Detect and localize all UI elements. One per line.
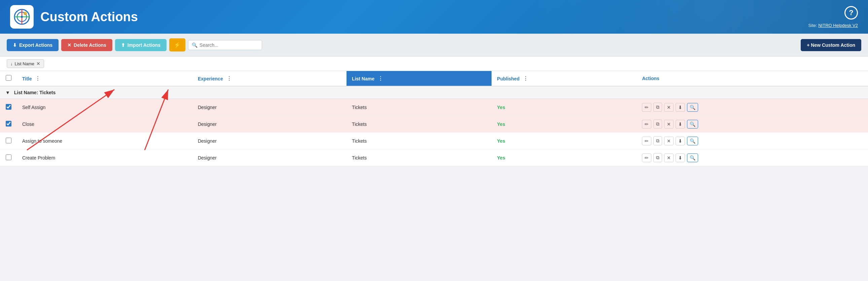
row-checkbox-2[interactable] (6, 121, 11, 127)
help-button[interactable]: ? (844, 6, 858, 20)
filter-button[interactable]: ⚡ (169, 38, 185, 52)
view-button-2[interactable]: 🔍 (687, 120, 698, 129)
table-row: Close Designer Tickets Yes ✏ ⧉ ✕ ⬇ 🔍 (0, 116, 868, 133)
row-actions-3: ✏ ⧉ ✕ ⬇ 🔍 (637, 133, 868, 149)
actions-table: Title ⋮ Experience ⋮ List Name ⋮ Publish… (0, 71, 868, 166)
view-button-4[interactable]: 🔍 (687, 153, 698, 162)
filter-tag-label: List Name (15, 61, 35, 66)
header-right: ? Site: NITRO Helpdesk V2 (808, 6, 858, 28)
header-left: Custom Actions (10, 5, 138, 29)
row-checkbox-4[interactable] (6, 154, 11, 160)
logo-icon (13, 8, 30, 25)
row-listname-1: Tickets (346, 99, 492, 116)
row-actions-2: ✏ ⧉ ✕ ⬇ 🔍 (637, 116, 868, 133)
action-icons-4: ✏ ⧉ ✕ ⬇ 🔍 (642, 153, 863, 162)
group-header-row: ▼ List Name: Tickets (0, 86, 868, 99)
listname-col-menu[interactable]: ⋮ (378, 76, 383, 82)
row-actions-1: ✏ ⧉ ✕ ⬇ 🔍 (637, 99, 868, 116)
sort-icon: ↓ (10, 61, 13, 66)
delete-button-4[interactable]: ✕ (664, 153, 674, 162)
copy-button-2[interactable]: ⧉ (653, 120, 662, 129)
row-checkbox-cell (0, 133, 17, 149)
row-published-2: Yes (492, 116, 637, 133)
table-row: Create Problem Designer Tickets Yes ✏ ⧉ … (0, 149, 868, 166)
filter-bar: ↓ List Name ✕ (0, 57, 868, 71)
action-icons-2: ✏ ⧉ ✕ ⬇ 🔍 (642, 120, 863, 129)
download-button-3[interactable]: ⬇ (676, 137, 685, 145)
row-experience-4: Designer (192, 149, 346, 166)
filter-icon: ⚡ (174, 42, 181, 48)
table-row: Self Assign Designer Tickets Yes ✏ ⧉ ✕ ⬇… (0, 99, 868, 116)
row-listname-3: Tickets (346, 133, 492, 149)
new-custom-action-button[interactable]: + New Custom Action (801, 39, 861, 51)
delete-button-2[interactable]: ✕ (664, 120, 674, 129)
col-checkbox (0, 71, 17, 86)
table-container: Title ⋮ Experience ⋮ List Name ⋮ Publish… (0, 71, 868, 166)
filter-tag: ↓ List Name ✕ (7, 59, 44, 68)
copy-button-4[interactable]: ⧉ (653, 153, 662, 162)
edit-button-1[interactable]: ✏ (642, 103, 651, 112)
search-input[interactable] (199, 42, 258, 48)
title-col-menu[interactable]: ⋮ (35, 76, 40, 82)
action-icons-1: ✏ ⧉ ✕ ⬇ 🔍 (642, 103, 863, 112)
download-button-4[interactable]: ⬇ (676, 153, 685, 162)
header-bg-decoration (347, 0, 868, 34)
col-listname: List Name ⋮ (346, 71, 492, 86)
view-button-3[interactable]: 🔍 (687, 137, 698, 145)
edit-button-2[interactable]: ✏ (642, 120, 651, 129)
col-published: Published ⋮ (492, 71, 637, 86)
action-icons-3: ✏ ⧉ ✕ ⬇ 🔍 (642, 136, 863, 145)
page-header: Custom Actions ? Site: NITRO Helpdesk V2 (0, 0, 868, 34)
delete-button-3[interactable]: ✕ (664, 137, 674, 145)
published-col-menu[interactable]: ⋮ (523, 76, 528, 82)
page-title: Custom Actions (40, 10, 138, 24)
copy-button-1[interactable]: ⧉ (653, 103, 662, 112)
table-header-row: Title ⋮ Experience ⋮ List Name ⋮ Publish… (0, 71, 868, 86)
col-title: Title ⋮ (17, 71, 192, 86)
site-info: Site: NITRO Helpdesk V2 (808, 23, 858, 28)
edit-button-3[interactable]: ✏ (642, 137, 651, 145)
row-experience-3: Designer (192, 133, 346, 149)
site-link[interactable]: NITRO Helpdesk V2 (818, 23, 858, 28)
row-title-4: Create Problem (17, 149, 192, 166)
export-actions-button[interactable]: ⬇ Export Actions (7, 39, 59, 51)
row-title-2: Close (17, 116, 192, 133)
row-published-1: Yes (492, 99, 637, 116)
row-published-3: Yes (492, 133, 637, 149)
download-button-1[interactable]: ⬇ (676, 103, 685, 112)
view-button-1[interactable]: 🔍 (687, 103, 698, 112)
row-checkbox-cell (0, 99, 17, 116)
group-header-cell: ▼ List Name: Tickets (0, 86, 868, 99)
search-bar: 🔍 (188, 40, 262, 50)
experience-col-menu[interactable]: ⋮ (226, 76, 232, 82)
delete-actions-button[interactable]: ✕ Delete Actions (61, 39, 112, 51)
filter-tag-remove-button[interactable]: ✕ (36, 61, 40, 66)
toolbar: ⬇ Export Actions ✕ Delete Actions ⬆ Impo… (0, 34, 868, 57)
svg-point-7 (21, 16, 23, 18)
row-experience-1: Designer (192, 99, 346, 116)
delete-button-1[interactable]: ✕ (664, 103, 674, 112)
row-checkbox-3[interactable] (6, 138, 11, 143)
row-checkbox-1[interactable] (6, 104, 11, 110)
delete-icon: ✕ (67, 42, 71, 48)
row-experience-2: Designer (192, 116, 346, 133)
col-actions: Actions (637, 71, 868, 86)
select-all-checkbox[interactable] (6, 75, 11, 81)
row-checkbox-cell (0, 149, 17, 166)
row-checkbox-cell (0, 116, 17, 133)
row-title-1: Self Assign (17, 99, 192, 116)
row-listname-2: Tickets (346, 116, 492, 133)
collapse-icon[interactable]: ▼ (5, 90, 10, 95)
row-published-4: Yes (492, 149, 637, 166)
row-actions-4: ✏ ⧉ ✕ ⬇ 🔍 (637, 149, 868, 166)
search-icon: 🔍 (192, 42, 197, 48)
row-title-3: Assign to someone (17, 133, 192, 149)
table-row: Assign to someone Designer Tickets Yes ✏… (0, 133, 868, 149)
download-button-2[interactable]: ⬇ (676, 120, 685, 129)
edit-button-4[interactable]: ✏ (642, 153, 651, 162)
copy-button-3[interactable]: ⧉ (653, 136, 662, 145)
import-actions-button[interactable]: ⬆ Import Actions (115, 39, 166, 51)
row-listname-4: Tickets (346, 149, 492, 166)
col-experience: Experience ⋮ (192, 71, 346, 86)
export-icon: ⬇ (13, 42, 17, 48)
